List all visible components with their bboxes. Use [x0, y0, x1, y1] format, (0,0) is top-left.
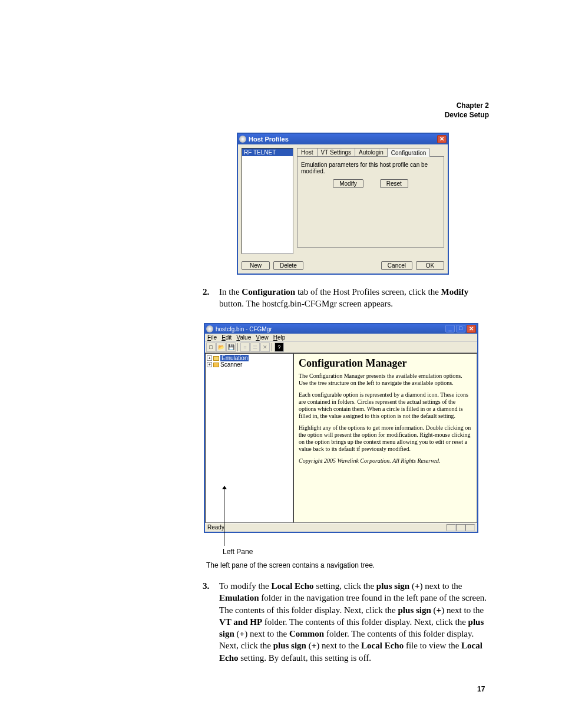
- config-message: Emulation parameters for this host profi…: [301, 162, 440, 174]
- content-title: Configuration Manager: [299, 357, 472, 370]
- reset-button[interactable]: Reset: [380, 179, 408, 188]
- modify-button[interactable]: Modify: [333, 179, 363, 188]
- status-bar: Ready: [205, 523, 477, 532]
- new-file-icon[interactable]: □: [206, 342, 216, 352]
- folder-icon: [213, 356, 219, 361]
- content-paragraph: Each configurable option is represented …: [299, 391, 472, 420]
- menu-help[interactable]: Help: [273, 334, 286, 341]
- expand-icon[interactable]: +: [207, 355, 212, 361]
- app-icon: [239, 136, 246, 143]
- page-number: 17: [477, 685, 485, 693]
- close-icon[interactable]: ✕: [437, 135, 447, 143]
- tree-item-scanner[interactable]: + Scanner: [207, 361, 292, 368]
- new-button[interactable]: New: [242, 261, 270, 270]
- open-icon[interactable]: 📂: [216, 342, 226, 352]
- chapter-title: Device Setup: [82, 111, 489, 120]
- delete-button[interactable]: Delete: [273, 261, 303, 270]
- menu-edit[interactable]: Edit: [222, 334, 232, 341]
- host-profiles-titlebar[interactable]: Host Profiles ✕: [238, 134, 448, 144]
- maximize-icon[interactable]: □: [456, 325, 465, 332]
- minimize-icon[interactable]: _: [445, 325, 455, 332]
- status-cell: [456, 524, 465, 531]
- callout-arrow: [224, 489, 224, 546]
- host-profile-list[interactable]: RF TELNET: [242, 148, 293, 254]
- callout-label: Left Pane: [223, 548, 253, 556]
- figure-caption: The left pane of the screen contains a n…: [206, 561, 375, 569]
- tab-host[interactable]: Host: [297, 148, 318, 156]
- status-text: Ready: [207, 524, 224, 531]
- delete-icon[interactable]: ✕: [260, 342, 270, 352]
- save-icon[interactable]: 💾: [226, 342, 236, 352]
- cfgmgr-title: hostcfg.bin - CFGMgr: [216, 326, 272, 332]
- copyright-text: Copyright 2005 Wavelink Corporation. All…: [299, 457, 472, 465]
- host-profiles-window: Host Profiles ✕ RF TELNET Host VT Settin…: [237, 133, 449, 275]
- menu-bar: File Edit Value View Help: [205, 334, 477, 341]
- status-cell: [447, 524, 456, 531]
- help-icon[interactable]: ?: [275, 342, 284, 352]
- host-profiles-title: Host Profiles: [249, 136, 289, 143]
- tab-vt-settings[interactable]: VT Settings: [317, 148, 356, 156]
- step-2: 2. In the Configuration tab of the Host …: [203, 286, 489, 310]
- menu-view[interactable]: View: [256, 334, 269, 341]
- close-icon[interactable]: ✕: [467, 325, 476, 333]
- navigation-tree[interactable]: + Emulation + Scanner: [205, 353, 293, 523]
- step-text: In the Configuration tab of the Host Pro…: [219, 286, 489, 310]
- toolbar: □ 📂 💾 ≡ ☰ ✕ ?: [205, 341, 477, 353]
- tab-autologin[interactable]: Autologin: [355, 148, 388, 156]
- content-paragraph: Highlight any of the options to get more…: [299, 424, 472, 453]
- cancel-button[interactable]: Cancel: [381, 261, 412, 270]
- folder-icon: [213, 363, 219, 367]
- tab-content: Emulation parameters for this host profi…: [297, 156, 444, 248]
- step-number: 2.: [203, 286, 211, 310]
- status-cell: [465, 524, 475, 531]
- host-profile-list-item[interactable]: RF TELNET: [242, 149, 293, 156]
- step-3: 3. To modify the Local Echo setting, cli…: [203, 580, 491, 664]
- content-pane: Configuration Manager The Configuration …: [293, 353, 477, 523]
- ok-button[interactable]: OK: [416, 261, 444, 270]
- step-text: To modify the Local Echo setting, click …: [219, 580, 491, 664]
- tool-icon[interactable]: ≡: [240, 342, 250, 352]
- tab-configuration[interactable]: Configuration: [387, 149, 430, 157]
- cfgmgr-titlebar[interactable]: hostcfg.bin - CFGMgr _ □ ✕: [205, 324, 477, 334]
- menu-value[interactable]: Value: [236, 334, 251, 341]
- content-paragraph: The Configuration Manager presents the a…: [299, 373, 472, 387]
- expand-icon[interactable]: +: [207, 362, 212, 367]
- step-number: 3.: [203, 580, 211, 664]
- tree-item-emulation[interactable]: + Emulation: [207, 355, 292, 361]
- tool-icon[interactable]: ☰: [250, 342, 260, 352]
- app-icon: [206, 325, 213, 332]
- chapter-label: Chapter 2: [82, 101, 489, 111]
- menu-file[interactable]: File: [207, 334, 217, 341]
- cfgmgr-window: hostcfg.bin - CFGMgr _ □ ✕ File Edit Val…: [204, 323, 478, 533]
